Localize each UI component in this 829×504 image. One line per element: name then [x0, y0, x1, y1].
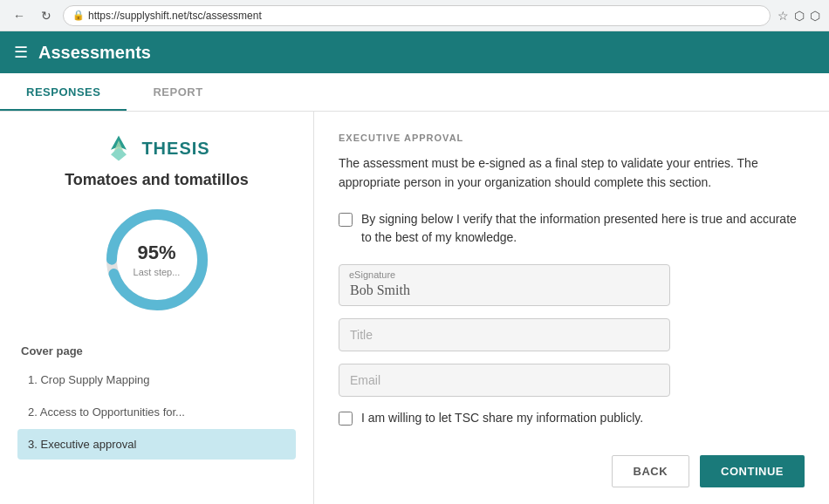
- donut-label: Last step...: [134, 267, 181, 277]
- donut-center: 95% Last step...: [134, 242, 181, 278]
- continue-button[interactable]: CONTINUE: [700, 455, 805, 487]
- tab-report[interactable]: REPORT: [127, 75, 229, 111]
- donut-percent: 95%: [134, 242, 181, 264]
- sidebar: THESIS Tomatoes and tomatillos 95% Last …: [0, 112, 314, 504]
- sidebar-nav: Cover page 1. Crop Supply Mapping 2. Acc…: [17, 337, 296, 461]
- share-checkbox-label[interactable]: I am willing to let TSC share my informa…: [361, 409, 643, 427]
- email-input[interactable]: [339, 364, 670, 397]
- tab-responses[interactable]: RESPONSES: [0, 75, 127, 111]
- esignature-wrapper: eSignature: [339, 264, 670, 306]
- progress-donut: 95% Last step...: [100, 203, 214, 317]
- url-bar[interactable]: 🔒 https://supplyshift.net/tsc/assessment: [63, 5, 771, 26]
- url-text: https://supplyshift.net/tsc/assessment: [88, 10, 262, 22]
- back-nav-button[interactable]: ←: [9, 7, 30, 24]
- verify-checkbox[interactable]: [339, 213, 353, 227]
- sidebar-item-executive-approval[interactable]: 3. Executive approval: [17, 429, 296, 460]
- app-title: Assessments: [38, 43, 151, 63]
- thesis-logo-icon: [103, 133, 134, 164]
- share-checkbox-row: I am willing to let TSC share my informa…: [339, 409, 805, 427]
- sidebar-item-access-opportunities[interactable]: 2. Access to Opportunities for...: [17, 397, 296, 427]
- org-name: Tomatoes and tomatillos: [65, 171, 249, 189]
- section-description: The assessment must be e-signed as a fin…: [339, 153, 805, 193]
- reload-button[interactable]: ↻: [37, 7, 56, 24]
- brand-name: THESIS: [141, 139, 209, 159]
- share-checkbox[interactable]: [339, 412, 353, 426]
- action-bar: BACK CONTINUE: [339, 445, 805, 487]
- sidebar-item-crop-supply[interactable]: 1. Crop Supply Mapping: [17, 364, 296, 395]
- verify-checkbox-row: By signing below I verify that the infor…: [339, 210, 805, 247]
- browser-action-buttons: ☆ ⬡ ⬡: [778, 9, 820, 23]
- back-button[interactable]: BACK: [612, 455, 690, 487]
- main-content: THESIS Tomatoes and tomatillos 95% Last …: [0, 112, 829, 504]
- star-icon[interactable]: ☆: [778, 9, 789, 23]
- nav-item-1-label: 1: [28, 373, 34, 386]
- lock-icon: 🔒: [72, 10, 85, 21]
- tabs-bar: RESPONSES REPORT: [0, 73, 829, 112]
- nav-cover-page-label: Cover page: [17, 337, 296, 364]
- extension-icon-2[interactable]: ⬡: [810, 9, 820, 23]
- verify-checkbox-label[interactable]: By signing below I verify that the infor…: [361, 210, 805, 247]
- hamburger-icon[interactable]: ☰: [14, 43, 28, 62]
- title-input[interactable]: [339, 318, 670, 351]
- logo-area: THESIS: [103, 133, 209, 164]
- section-label: EXECUTIVE APPROVAL: [339, 133, 805, 143]
- extension-icon-1[interactable]: ⬡: [794, 9, 805, 23]
- right-panel: EXECUTIVE APPROVAL The assessment must b…: [314, 112, 829, 504]
- esignature-label: eSignature: [349, 269, 395, 280]
- app-header: ☰ Assessments: [0, 31, 829, 73]
- browser-chrome: ← ↻ 🔒 https://supplyshift.net/tsc/assess…: [0, 0, 829, 31]
